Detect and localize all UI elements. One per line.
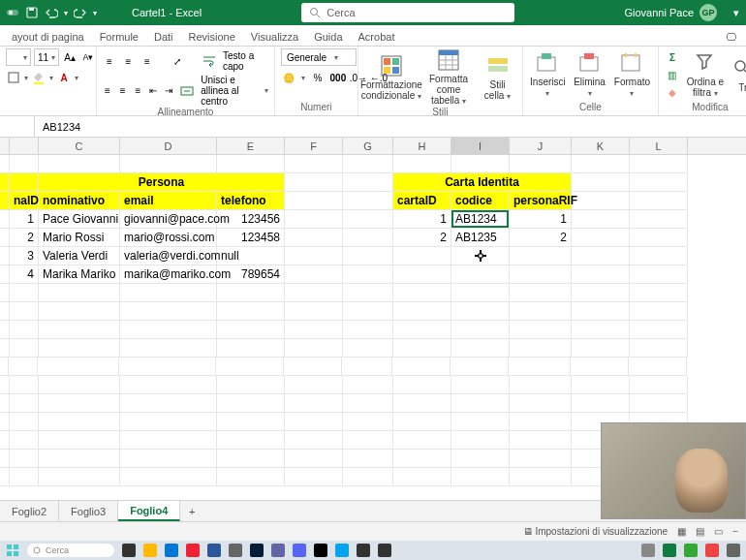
taskbar-app-icon[interactable] xyxy=(143,544,157,557)
taskbar-app-icon[interactable] xyxy=(357,544,370,557)
carta-title[interactable]: Carta Identita xyxy=(393,173,572,192)
sheet-tab[interactable]: Foglio3 xyxy=(59,501,118,521)
selected-cell[interactable]: AB1234 xyxy=(451,210,510,229)
tab-revisione[interactable]: Revisione xyxy=(181,31,243,46)
view-break-icon[interactable]: ▭ xyxy=(714,526,723,537)
insert-cells-button[interactable]: Inserisci ▾ xyxy=(529,51,567,99)
persona-header-id[interactable]: naID xyxy=(10,192,39,210)
tab-acrobat[interactable]: Acrobat xyxy=(351,31,403,46)
sheet-tab-active[interactable]: Foglio4 xyxy=(118,501,180,521)
carta-header-rif[interactable]: personaRIF xyxy=(510,192,572,210)
increase-indent-icon[interactable]: ⇥ xyxy=(164,83,173,99)
find-select-button[interactable]: Tr xyxy=(730,57,746,93)
conditional-formatting-button[interactable]: Formattazione condizionale ▾ xyxy=(364,54,419,102)
wrap-text-icon[interactable] xyxy=(202,53,217,69)
col-header[interactable]: H xyxy=(393,138,451,154)
user-name[interactable]: Giovanni Pace xyxy=(624,7,694,18)
taskbar-app-icon[interactable] xyxy=(250,544,264,557)
align-middle-icon[interactable]: ≡ xyxy=(122,53,136,69)
format-cells-button[interactable]: Formato ▾ xyxy=(612,51,652,99)
sort-filter-button[interactable]: Ordina e filtra ▾ xyxy=(684,51,727,99)
align-center-icon[interactable]: ≡ xyxy=(118,83,128,99)
font-color-icon[interactable]: A xyxy=(56,70,72,85)
add-sheet-button[interactable]: + xyxy=(180,506,203,517)
undo-icon[interactable] xyxy=(45,6,58,19)
increase-font-icon[interactable]: A▴ xyxy=(62,49,78,65)
tell-me-search[interactable]: Cerca xyxy=(301,3,514,22)
share-icon[interactable]: 🖵 xyxy=(718,31,746,46)
align-left-icon[interactable]: ≡ xyxy=(103,83,112,99)
ribbon-display-options[interactable]: ▾ xyxy=(727,7,746,19)
align-bottom-icon[interactable]: ≡ xyxy=(140,53,154,69)
col-header[interactable]: E xyxy=(217,138,285,154)
tab-visualizza[interactable]: Visualizza xyxy=(243,31,306,46)
taskbar-app-icon[interactable] xyxy=(314,544,327,557)
col-header[interactable]: D xyxy=(120,138,217,154)
view-page-icon[interactable]: ▤ xyxy=(696,526,704,537)
start-button[interactable] xyxy=(6,544,19,557)
fill-icon[interactable]: ▥ xyxy=(665,68,680,83)
taskbar-app-icon[interactable] xyxy=(293,544,306,557)
merge-center-button[interactable]: Unisci e allinea al centro xyxy=(201,75,259,107)
taskbar-app-icon[interactable] xyxy=(207,544,221,557)
taskbar-app-icon[interactable] xyxy=(122,544,136,557)
col-header[interactable]: F xyxy=(285,138,343,154)
avatar[interactable]: GP xyxy=(699,4,717,21)
decrease-indent-icon[interactable]: ⇤ xyxy=(148,83,158,99)
tab-formule[interactable]: Formule xyxy=(92,31,146,46)
clear-icon[interactable]: ◆ xyxy=(665,85,680,101)
autosum-icon[interactable]: Σ xyxy=(665,50,680,66)
col-header[interactable]: I xyxy=(451,138,510,154)
persona-header-nom[interactable]: nominativo xyxy=(39,192,120,210)
display-settings-button[interactable]: 🖥 Impostazioni di visualizzazione xyxy=(523,526,668,537)
percent-icon[interactable]: % xyxy=(310,70,326,85)
font-size-select[interactable]: 11▾ xyxy=(34,48,59,66)
border-icon[interactable] xyxy=(6,70,21,85)
col-header[interactable]: C xyxy=(39,138,120,154)
col-header[interactable]: L xyxy=(630,138,688,154)
tray-icon[interactable] xyxy=(641,544,655,557)
align-top-icon[interactable]: ≡ xyxy=(103,53,116,69)
taskbar-search[interactable]: Cerca xyxy=(27,544,114,557)
autosave-toggle[interactable] xyxy=(6,6,19,19)
number-format-select[interactable]: Generale▾ xyxy=(281,48,357,66)
view-normal-icon[interactable]: ▦ xyxy=(677,526,686,537)
tab-dati[interactable]: Dati xyxy=(146,31,181,46)
taskbar-app-icon[interactable] xyxy=(378,544,391,557)
redo-icon[interactable] xyxy=(74,6,87,19)
col-header[interactable]: G xyxy=(343,138,393,154)
carta-header-codice[interactable]: codice xyxy=(451,192,510,210)
zoom-out-icon[interactable]: − xyxy=(732,526,738,537)
persona-header-email[interactable]: email xyxy=(120,192,217,210)
format-as-table-button[interactable]: Formatta come tabella ▾ xyxy=(422,48,475,107)
undo-chevron-icon[interactable]: ▾ xyxy=(64,9,68,17)
align-right-icon[interactable]: ≡ xyxy=(133,83,142,99)
taskbar-app-icon[interactable] xyxy=(335,544,349,557)
font-name-select[interactable]: ▾ xyxy=(6,48,31,66)
carta-header-id[interactable]: cartaID xyxy=(393,192,451,210)
tray-icon[interactable] xyxy=(727,544,740,557)
tray-icon[interactable] xyxy=(684,544,698,557)
sheet-tab[interactable]: Foglio2 xyxy=(0,501,59,521)
taskbar-app-icon[interactable] xyxy=(186,544,200,557)
merge-icon[interactable] xyxy=(179,83,195,99)
persona-title[interactable]: Persona xyxy=(39,173,285,192)
cell-styles-button[interactable]: Stili cella ▾ xyxy=(479,54,516,102)
tab-layout[interactable]: ayout di pagina xyxy=(4,31,92,46)
tray-icon[interactable] xyxy=(705,544,719,557)
qat-custom-chevron-icon[interactable]: ▾ xyxy=(93,9,97,17)
tab-guida[interactable]: Guida xyxy=(306,31,350,46)
save-icon[interactable] xyxy=(25,6,39,19)
delete-cells-button[interactable]: Elimina ▾ xyxy=(571,51,608,99)
taskbar-app-icon[interactable] xyxy=(229,544,242,557)
orientation-icon[interactable]: ⤢ xyxy=(171,53,184,69)
persona-header-tel[interactable]: telefono xyxy=(217,192,285,210)
comma-icon[interactable]: 000 xyxy=(330,70,346,85)
tray-icon[interactable] xyxy=(663,544,676,557)
currency-icon[interactable]: 🪙 xyxy=(281,70,296,85)
taskbar-app-icon[interactable] xyxy=(271,544,285,557)
fill-color-icon[interactable] xyxy=(31,70,47,85)
wrap-text-button[interactable]: Testo a capo xyxy=(223,50,268,72)
formula-input[interactable]: AB1234 xyxy=(35,121,80,133)
col-header[interactable]: J xyxy=(510,138,572,154)
